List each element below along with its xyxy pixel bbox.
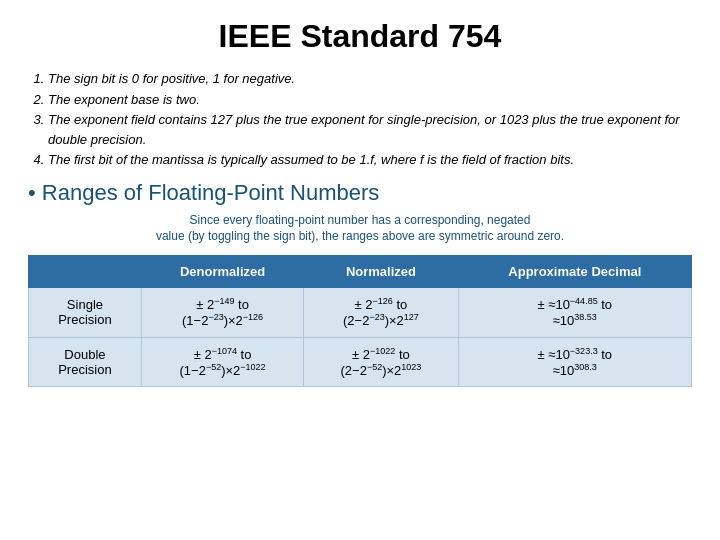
ranges-table: Denormalized Normalized Approximate Deci…	[28, 255, 692, 387]
ranges-heading-text: Ranges of Floating-Point Numbers	[42, 180, 380, 205]
numbered-list: The sign bit is 0 for positive, 1 for ne…	[48, 69, 692, 170]
ranges-heading: • Ranges of Floating-Point Numbers	[28, 180, 692, 206]
list-item-1: The sign bit is 0 for positive, 1 for ne…	[48, 69, 692, 89]
ranges-subtext: Since every floating-point number has a …	[28, 212, 692, 246]
list-item-3: The exponent field contains 127 plus the…	[48, 110, 692, 149]
col-header-denorm: Denormalized	[141, 256, 303, 288]
table-row-double: DoublePrecision ± 2−1074 to(1−2−52)×2−10…	[29, 337, 692, 387]
list-item-4: The first bit of the mantissa is typical…	[48, 150, 692, 170]
bullet: •	[28, 180, 36, 205]
row-double-approx: ± ≈10−323.3 to≈10308.3	[458, 337, 691, 387]
table-row-single: SinglePrecision ± 2−149 to(1−2−23)×2−126…	[29, 288, 692, 338]
list-item-2: The exponent base is two.	[48, 90, 692, 110]
table-header-row: Denormalized Normalized Approximate Deci…	[29, 256, 692, 288]
row-single-norm: ± 2−126 to(2−2−23)×2127	[304, 288, 458, 338]
row-single-denorm: ± 2−149 to(1−2−23)×2−126	[141, 288, 303, 338]
row-label-double: DoublePrecision	[29, 337, 142, 387]
row-single-approx: ± ≈10−44.85 to≈1038.53	[458, 288, 691, 338]
col-header-approx: Approximate Decimal	[458, 256, 691, 288]
row-double-denorm: ± 2−1074 to(1−2−52)×2−1022	[141, 337, 303, 387]
col-header-label	[29, 256, 142, 288]
row-double-norm: ± 2−1022 to(2−2−52)×21023	[304, 337, 458, 387]
row-label-single: SinglePrecision	[29, 288, 142, 338]
page-title: IEEE Standard 754	[28, 18, 692, 55]
col-header-norm: Normalized	[304, 256, 458, 288]
